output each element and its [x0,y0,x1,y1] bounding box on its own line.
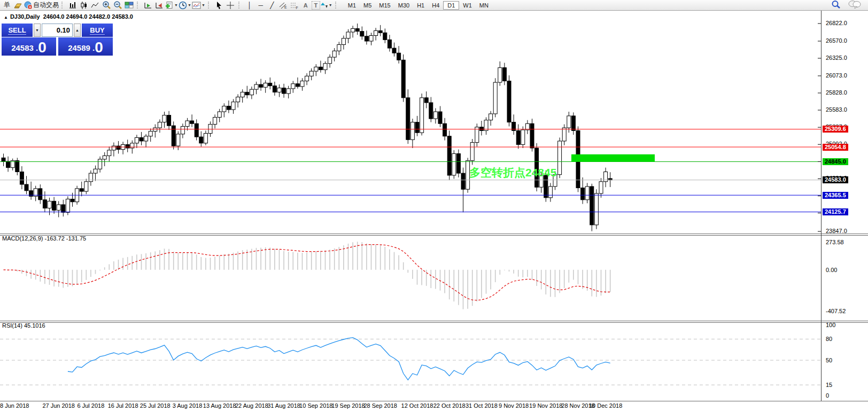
volume-input[interactable] [42,24,73,37]
rsi-scale-label: 100 [826,322,835,328]
svg-text:多空转折点24845: 多空转折点24845 [469,166,557,179]
rsi-scale-label: 0 [826,392,829,399]
timeframe-mn[interactable]: MN [476,1,492,10]
channel-tool-button[interactable]: E [278,1,289,10]
ohlc-values: 24604.0 24694.0 24482.0 24583.0 [43,13,133,20]
chart-shift-button[interactable] [154,1,165,10]
toolbar-grip[interactable] [61,2,65,9]
bar-chart-mode-button[interactable] [67,1,78,10]
price-tick-label: 26822.0 [826,20,847,26]
macd-label: MACD(12,26,9) -163.72 -131.75 [2,235,86,242]
cursor-tool-button[interactable] [214,1,224,10]
date-label: 10 Dec 2018 [583,402,628,409]
volume-decrease-button[interactable]: ▼ [34,24,41,37]
zoom-in-button[interactable] [101,1,112,10]
toolbar-grip[interactable] [208,2,211,9]
text-tool-button[interactable]: A [300,1,311,10]
auto-scroll-button[interactable] [143,1,153,10]
timeframe-w1[interactable]: W1 [459,1,476,10]
add-indicator-button[interactable]: ▼ [165,1,178,10]
rsi-canvas[interactable] [0,322,821,401]
periods-button[interactable]: ▼ [179,1,191,10]
letter-f: F [296,5,298,9]
arrows-tool-button[interactable]: ▼ [321,1,332,10]
sell-button[interactable]: SELL [2,24,33,37]
trendline-tool-button[interactable]: ╱ [267,1,277,10]
rsi-scale-label: 15 [826,382,832,388]
chat-icon[interactable] [848,0,861,10]
timeframe-m5[interactable]: M5 [360,1,375,10]
price-level-badge: 25309.6 [823,126,848,133]
fibonacci-tool-button[interactable]: F [289,1,300,10]
symbol-period-label: DJ30,Daily [10,13,40,20]
timeframe-h1[interactable]: H1 [413,1,428,10]
tile-windows-button[interactable] [123,1,134,10]
collapse-arrow-icon: ▲ [4,15,8,20]
autotrading-icon [24,1,33,10]
gold-bar-icon[interactable] [13,1,24,10]
main-chart-canvas[interactable]: 多空转折点24845 [0,11,821,234]
vertical-line-tool-button[interactable]: │ [244,1,255,10]
macd-scale-label: 273.58 [826,239,844,245]
timeframe-m15[interactable]: M15 [375,1,394,10]
rsi-scale-label: 80 [826,336,832,342]
price-tick-label: 23847.0 [826,228,847,234]
price-level-badge: 24845.0 [823,158,848,165]
text-label-tool-button[interactable]: T [312,1,320,10]
chevron-down-icon: ▼ [174,3,178,7]
volume-increase-button[interactable]: ▲ [74,24,81,37]
zoom-out-button[interactable] [112,1,123,10]
main-toolbar: 单 自动交易 ▼ ▼ ▼ [0,0,868,11]
chevron-down-icon: ▼ [188,3,191,7]
chevron-down-icon: ▼ [201,3,205,7]
new-order-button[interactable]: 单 [2,1,12,10]
rsi-label: RSI(14) 45.1016 [2,322,45,329]
rsi-scale-label: 50 [826,357,832,363]
timeframe-m30[interactable]: M30 [394,1,413,10]
timeframe-toolbar: M1M5M15M30H1H4D1W1MN [344,1,492,10]
timeframe-h4[interactable]: H4 [428,1,443,10]
candlestick-mode-button[interactable] [79,1,89,10]
search-icon[interactable] [831,0,841,10]
chevron-down-icon: ▼ [329,3,332,7]
macd-scale-label: 0.00 [826,267,837,273]
date-axis-border [0,401,868,401]
toolbar-grip[interactable] [335,2,338,9]
toolbar-right-group [831,0,861,10]
buy-price-display[interactable]: 24589 .0 [58,37,113,56]
price-tick-label: 26570.0 [826,37,847,44]
timeframe-m1[interactable]: M1 [344,1,360,10]
one-click-trading-panel: SELL ▼ ▲ BUY 24583 .0 24589 .0 [2,24,113,56]
toolbar-grip[interactable] [137,2,140,9]
buy-button[interactable]: BUY [82,24,113,37]
templates-button[interactable]: ▼ [192,1,205,10]
chart-title-ohlc: ▲DJ30,Daily 24604.0 24694.0 24482.0 2458… [4,13,133,20]
sell-price-display[interactable]: 24583 .0 [2,37,56,56]
mt4-trading-app: { "toolbar": { "new_order_partial": "单",… [0,0,868,411]
macd-canvas[interactable] [0,235,821,321]
line-chart-mode-button[interactable] [90,1,100,10]
price-scale[interactable]: 26822.026570.026325.026073.025828.025583… [821,11,868,401]
toolbar-grip[interactable] [238,2,242,9]
autotrading-button[interactable]: 自动交易 [24,1,59,10]
price-level-badge: 24125.7 [823,208,848,215]
price-tick-label: 26073.0 [826,72,847,79]
timeframe-d1[interactable]: D1 [443,1,459,10]
price-level-badge: 25054.8 [823,144,848,151]
price-tick-label: 25828.0 [826,89,847,96]
price-level-badge: 24365.5 [823,192,848,199]
price-tick-label: 26325.0 [826,55,847,61]
crosshair-tool-button[interactable] [225,1,236,10]
date-scale[interactable]: 8 Jun 201827 Jun 20186 Jul 201816 Jul 20… [0,402,821,411]
macd-scale-label: -407.52 [826,308,846,314]
price-level-badge: 24583.0 [823,176,848,183]
letter-e: E [284,5,287,9]
horizontal-line-tool-button[interactable]: ─ [255,1,266,10]
price-tick-label: 25583.0 [826,106,847,113]
